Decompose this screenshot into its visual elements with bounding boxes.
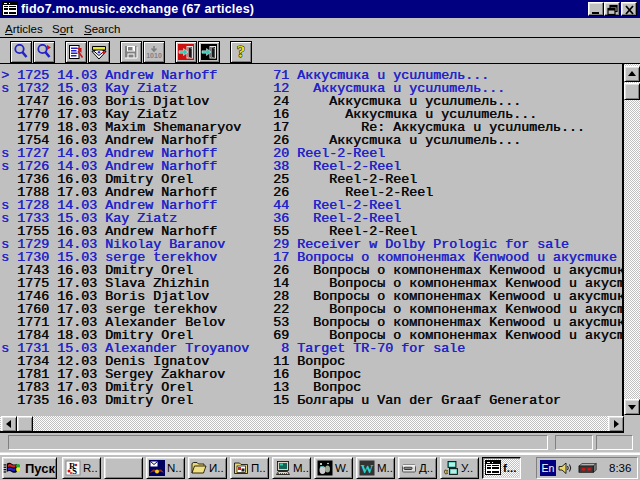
svg-text:S: S [72,466,77,476]
svg-text:1010: 1010 [146,52,162,59]
svg-text:W: W [361,461,374,476]
svg-text:?: ? [237,44,246,60]
